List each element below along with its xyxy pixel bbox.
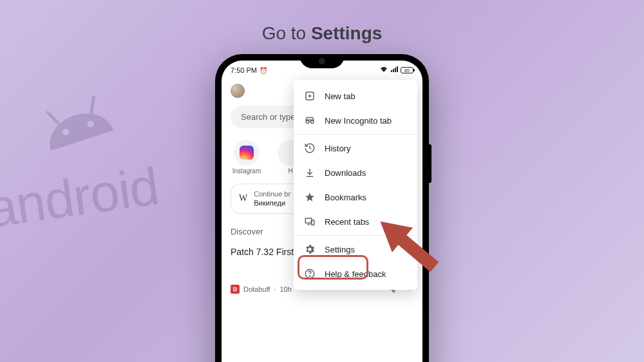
- help-icon: [304, 268, 316, 280]
- phone-frame: 7:50 PM ⏰ 85 Search or type: [215, 54, 429, 362]
- android-wordmark: android: [0, 156, 162, 240]
- menu-item-label: Recent tabs: [325, 217, 369, 227]
- wikipedia-icon: W: [239, 193, 247, 204]
- svg-point-20: [309, 276, 310, 276]
- menu-recent-tabs[interactable]: Recent tabs: [294, 209, 417, 234]
- signal-icon: [390, 66, 398, 74]
- alarm-icon: ⏰: [260, 67, 267, 74]
- instruction-text: Go to Settings: [262, 23, 383, 44]
- download-icon: [304, 167, 316, 178]
- menu-divider: [294, 235, 417, 236]
- wifi-icon: [380, 66, 388, 74]
- svg-line-3: [88, 98, 98, 113]
- history-icon: [304, 142, 316, 154]
- svg-rect-17: [311, 220, 314, 225]
- menu-downloads[interactable]: Downloads: [294, 160, 417, 185]
- menu-item-label: Downloads: [325, 168, 366, 178]
- menu-item-label: Settings: [325, 245, 355, 254]
- menu-incognito[interactable]: New Incognito tab: [294, 108, 417, 133]
- menu-help[interactable]: Help & feedback: [294, 262, 417, 286]
- battery-icon: 85: [401, 67, 413, 73]
- status-time: 7:50 PM: [231, 66, 257, 74]
- instagram-icon: [240, 146, 254, 160]
- incognito-icon: [304, 115, 316, 126]
- menu-item-label: Bookmarks: [325, 193, 366, 202]
- plus-square-icon: [304, 90, 316, 102]
- svg-line-2: [48, 111, 58, 126]
- menu-divider: [294, 134, 417, 135]
- profile-avatar[interactable]: [231, 84, 245, 98]
- menu-item-label: Help & feedback: [325, 269, 386, 279]
- star-icon: [304, 191, 316, 203]
- phone-screen: 7:50 PM ⏰ 85 Search or type: [222, 61, 422, 362]
- menu-bookmarks[interactable]: Bookmarks: [294, 185, 417, 209]
- menu-new-tab[interactable]: New tab: [294, 84, 417, 108]
- devices-icon: [304, 216, 316, 227]
- menu-settings[interactable]: Settings: [294, 237, 417, 262]
- menu-item-label: New tab: [325, 91, 355, 101]
- menu-history[interactable]: History: [294, 136, 417, 160]
- shortcut-instagram[interactable]: Instagram: [231, 140, 263, 175]
- gear-icon: [304, 243, 316, 255]
- phone-notch: [299, 54, 345, 68]
- dotabuff-icon: D: [231, 285, 240, 294]
- svg-marker-15: [305, 193, 314, 201]
- overflow-menu: New tab New Incognito tab History Downlo…: [294, 80, 417, 290]
- menu-item-label: New Incognito tab: [325, 116, 392, 126]
- menu-item-label: History: [325, 144, 350, 153]
